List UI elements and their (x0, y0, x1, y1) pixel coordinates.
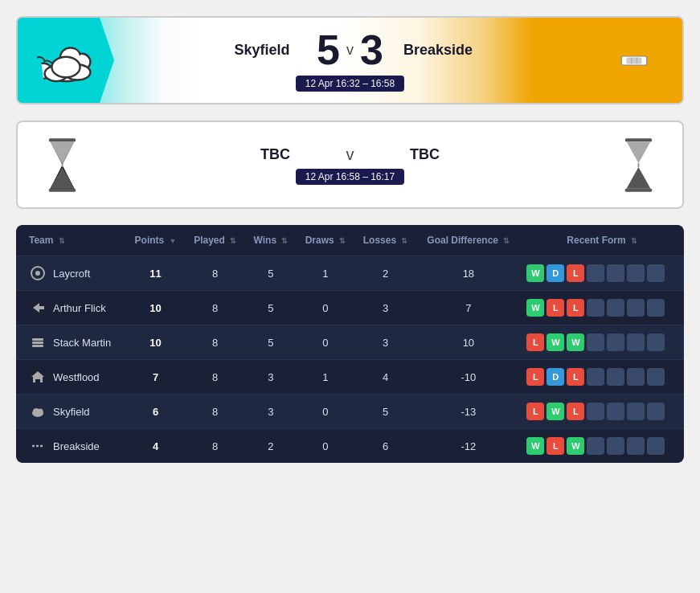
form-badge-dim (647, 368, 665, 386)
sort-losses-icon: ⇅ (401, 237, 407, 245)
form-badge (607, 437, 624, 455)
form-badge (607, 264, 624, 282)
team-cell-0: Laycroft (16, 256, 126, 290)
gd-cell: -12 (416, 429, 520, 464)
form-badge: L (567, 264, 584, 282)
form-badge (607, 299, 624, 317)
form-badge-dim (627, 299, 645, 317)
team-cell-3: Westflood (16, 360, 126, 394)
form-badge-dim (647, 403, 665, 420)
svg-line-14 (648, 65, 654, 72)
form-badge: D (546, 264, 564, 282)
form-badges: WLL (526, 299, 677, 317)
form-badge (607, 333, 624, 351)
match-card-played: Skyfield 5 v 3 Breakside 12 Apr 16:32 – … (16, 16, 684, 104)
form-badge-dim (627, 403, 645, 420)
svg-line-12 (648, 50, 654, 56)
col-gd[interactable]: Goal Difference ⇅ (416, 225, 520, 256)
svg-rect-27 (32, 341, 43, 344)
form-badge-dim (627, 264, 645, 282)
sort-wins-icon: ⇅ (281, 237, 288, 245)
team1-logo-upcoming (18, 122, 106, 207)
losses-cell: 2 (354, 256, 417, 291)
form-badges: LWW (526, 333, 677, 351)
match-card-upcoming: TBC v TBC 12 Apr 16:58 – 16:17 (16, 121, 684, 209)
form-badge: L (567, 299, 584, 317)
form-badge: W (546, 403, 564, 420)
score1: 5 (317, 29, 340, 71)
vs-label: v (346, 42, 354, 59)
table-row: Laycroft11851218WDL (16, 256, 684, 291)
draws-cell: 0 (297, 395, 354, 429)
points-cell: 4 (126, 429, 186, 464)
points-cell: 11 (126, 256, 186, 291)
form-badge-dim (627, 368, 645, 386)
draws-cell: 1 (297, 256, 354, 291)
team-cell-2: Stack Martin (16, 325, 126, 359)
wins-cell: 5 (245, 291, 297, 325)
points-value: 11 (149, 268, 161, 280)
points-cell: 6 (126, 395, 186, 429)
points-value: 10 (149, 302, 161, 314)
team-icon (29, 333, 47, 351)
svg-rect-26 (32, 338, 43, 341)
sort-draws-icon: ⇅ (339, 237, 346, 245)
points-cell: 10 (126, 291, 186, 325)
team-name-cell: Stack Martin (53, 337, 111, 349)
col-draws[interactable]: Draws ⇅ (297, 225, 354, 256)
table-row: Westflood78314-10LDL (16, 360, 684, 395)
svg-rect-19 (48, 188, 75, 191)
svg-rect-22 (624, 188, 651, 191)
standings-section: Team ⇅ Points ▼ Played ⇅ Wins ⇅ Draws ⇅ … (16, 225, 684, 463)
form-badges: WLW (526, 437, 677, 455)
points-value: 7 (153, 371, 158, 383)
form-cell: LDL (520, 360, 684, 395)
sort-gd-icon: ⇅ (503, 237, 510, 245)
form-badge: L (546, 437, 564, 455)
wins-cell: 5 (245, 256, 297, 291)
col-team[interactable]: Team ⇅ (16, 225, 126, 256)
form-cell: LWL (520, 395, 684, 429)
vs-label2: v (346, 145, 354, 164)
team-icon (29, 403, 47, 420)
played-cell: 8 (185, 256, 245, 291)
form-badge: L (546, 299, 564, 317)
col-form[interactable]: Recent Form ⇅ (520, 225, 684, 256)
wins-cell: 5 (245, 325, 297, 360)
team-name-cell: Skyfield (53, 406, 90, 418)
gd-cell: -10 (416, 360, 520, 395)
col-played[interactable]: Played ⇅ (185, 225, 245, 256)
col-losses[interactable]: Losses ⇅ (354, 225, 417, 256)
team2-logo-upcoming (594, 122, 682, 207)
team-name-cell: Breakside (53, 440, 100, 452)
tbc-row: TBC v TBC (227, 145, 473, 164)
gd-cell: -13 (416, 395, 520, 429)
cloud-icon (34, 35, 98, 87)
form-badge-dim (647, 333, 665, 351)
tbc2-name: TBC (377, 146, 473, 163)
sort-team-icon: ⇅ (59, 237, 65, 245)
match2-time: 12 Apr 16:58 – 16:17 (296, 169, 404, 185)
points-cell: 7 (126, 360, 186, 395)
score2: 3 (360, 29, 383, 71)
team-icon (29, 437, 47, 455)
form-badge (587, 403, 604, 420)
team1-name: Skyfield (214, 42, 310, 59)
wins-cell: 3 (245, 360, 297, 395)
form-cell: WDL (520, 256, 684, 291)
col-points[interactable]: Points ▼ (126, 225, 186, 256)
form-badge (607, 368, 624, 386)
team-cell-5: Breakside (16, 429, 126, 463)
form-badge (587, 368, 604, 386)
points-value: 10 (149, 337, 161, 349)
team-name-cell: Westflood (53, 371, 100, 383)
form-badge (587, 437, 604, 455)
table-row: Stack Martin10850310LWW (16, 325, 684, 360)
wins-cell: 2 (245, 429, 297, 464)
form-badge: D (546, 368, 564, 386)
form-badge: W (526, 299, 544, 317)
played-cell: 8 (185, 291, 245, 325)
played-cell: 8 (185, 395, 245, 429)
form-cell: LWW (520, 325, 684, 360)
col-wins[interactable]: Wins ⇅ (245, 225, 297, 256)
